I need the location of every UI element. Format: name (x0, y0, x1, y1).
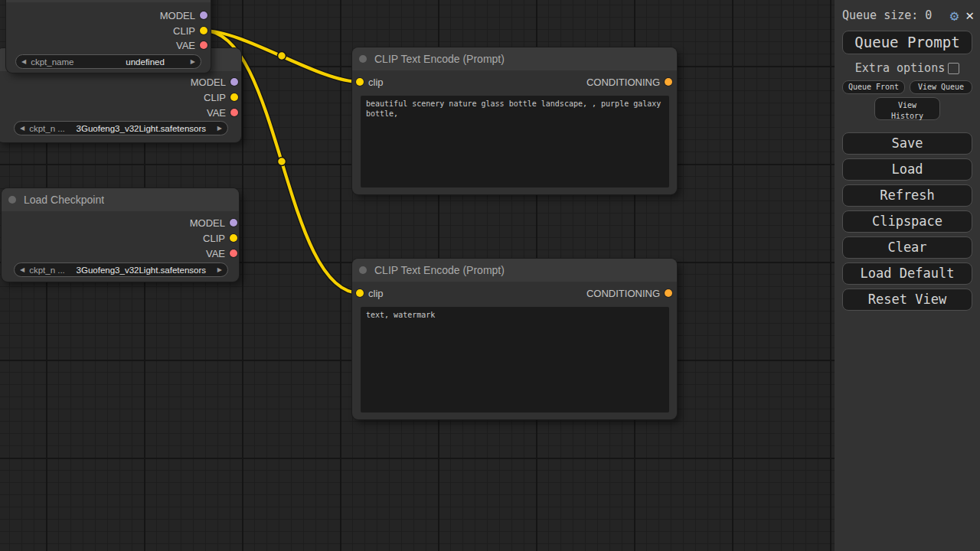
ckpt-name-widget[interactable]: ◀ ckpt_n ... 3Guofeng3_v32Light.safetens… (14, 121, 228, 135)
output-slot-model: MODEL (191, 74, 238, 90)
clip-slot-dot[interactable] (230, 93, 238, 101)
slot-label: CLIP (203, 233, 225, 244)
comfy-menu: Queue size: 0 ⚙ ✕ Queue Prompt Extra opt… (835, 0, 980, 551)
queue-size-label: Queue size: 0 (842, 8, 949, 22)
output-slot-clip: CLIP (173, 23, 207, 38)
collapse-dot-icon[interactable] (359, 266, 367, 274)
load-button[interactable]: Load (842, 158, 972, 181)
node-title: CLIP Text Encode (Prompt) (374, 264, 505, 276)
close-icon[interactable]: ✕ (965, 8, 974, 22)
extra-options-row: Extra options (835, 61, 980, 75)
output-slot-conditioning: CONDITIONING (586, 285, 672, 301)
slot-label: VAE (206, 248, 225, 259)
widget-label: ckpt_name (31, 57, 74, 67)
extra-options-label: Extra options (855, 61, 945, 75)
queue-actions-row: Queue Front View Queue (842, 80, 972, 94)
comfyui-app: MODEL CLIP VAE ◀ ckpt_n ... 3Guofeng3_v3… (0, 0, 980, 551)
slot-label: clip (368, 288, 384, 299)
widget-value: 3Guofeng3_v32Light.safetensors (65, 124, 217, 133)
extra-options-checkbox[interactable] (948, 63, 959, 74)
node-load-checkpoint[interactable]: Load Checkpoint MODEL CLIP VAE ◀ ckpt_n … (2, 188, 239, 282)
widget-next-icon[interactable]: ▶ (217, 125, 222, 132)
prompt-textarea[interactable]: beautiful scenery nature glass bottle la… (361, 96, 669, 187)
clip-input-dot[interactable] (356, 78, 364, 86)
save-button[interactable]: Save (842, 132, 972, 155)
view-queue-button[interactable]: View Queue (910, 80, 972, 94)
clip-slot-dot[interactable] (230, 234, 237, 242)
widget-label: ckpt_n ... (29, 266, 65, 275)
model-slot-dot[interactable] (200, 11, 207, 19)
output-slot-clip: CLIP (203, 230, 237, 246)
widget-next-icon[interactable]: ▶ (217, 266, 222, 273)
slot-label: VAE (207, 107, 226, 119)
output-slot-model: MODEL (160, 8, 207, 23)
model-slot-dot[interactable] (230, 78, 238, 86)
output-slot-vae: VAE (176, 37, 207, 53)
output-slot-vae: VAE (206, 246, 237, 261)
slot-label: CLIP (204, 92, 226, 103)
slot-label: clip (368, 77, 384, 88)
view-history-line2: History (875, 111, 939, 122)
vae-slot-dot[interactable] (200, 41, 207, 49)
slot-label: MODEL (191, 77, 226, 88)
clip-input-dot[interactable] (356, 289, 364, 297)
load-default-button[interactable]: Load Default (842, 262, 972, 285)
wire-midpoint-dot[interactable] (278, 158, 286, 166)
view-history-line1: View (875, 100, 939, 111)
node-clip-text-encode-positive[interactable]: CLIP Text Encode (Prompt) clip CONDITION… (352, 47, 677, 194)
vae-slot-dot[interactable] (230, 109, 238, 116)
refresh-button[interactable]: Refresh (842, 184, 972, 207)
node-load-checkpoint-top[interactable]: MODEL CLIP VAE ◀ ckpt_name undefined ▶ (6, 0, 211, 73)
node-title: CLIP Text Encode (Prompt) (374, 53, 505, 65)
queue-front-button[interactable]: Queue Front (842, 80, 905, 94)
conditioning-slot-dot[interactable] (665, 289, 672, 297)
queue-prompt-button[interactable]: Queue Prompt (842, 31, 972, 54)
clear-button[interactable]: Clear (842, 236, 972, 259)
input-slot-clip: clip (356, 74, 384, 90)
model-slot-dot[interactable] (230, 219, 237, 227)
prompt-textarea[interactable]: text, watermark (361, 307, 669, 412)
reset-view-button[interactable]: Reset View (842, 289, 972, 311)
output-slot-conditioning: CONDITIONING (586, 74, 672, 90)
slot-label: MODEL (160, 10, 195, 21)
conditioning-slot-dot[interactable] (665, 78, 672, 86)
queue-size-row: Queue size: 0 ⚙ ✕ (835, 0, 980, 24)
vae-slot-dot[interactable] (230, 249, 237, 257)
view-history-button[interactable]: View History (874, 97, 940, 120)
node-title-bar[interactable]: Load Checkpoint (2, 188, 239, 211)
widget-label: ckpt_n ... (29, 124, 65, 133)
slot-label: CONDITIONING (586, 77, 660, 88)
output-slot-vae: VAE (207, 105, 238, 120)
slot-label: CLIP (173, 25, 195, 37)
widget-next-icon[interactable]: ▶ (191, 58, 195, 65)
node-title-bar[interactable] (6, 0, 211, 2)
ckpt-name-widget[interactable]: ◀ ckpt_n ... 3Guofeng3_v32Light.safetens… (14, 262, 228, 277)
widget-prev-icon[interactable]: ◀ (21, 58, 26, 65)
input-slot-clip: clip (356, 285, 384, 301)
widget-value: 3Guofeng3_v32Light.safetensors (65, 266, 217, 275)
node-clip-text-encode-negative[interactable]: CLIP Text Encode (Prompt) clip CONDITION… (352, 259, 677, 419)
ckpt-name-widget[interactable]: ◀ ckpt_name undefined ▶ (15, 54, 201, 69)
output-slot-model: MODEL (190, 215, 237, 230)
output-slot-clip: CLIP (204, 90, 238, 105)
node-title-bar[interactable]: CLIP Text Encode (Prompt) (352, 259, 677, 282)
slot-label: CONDITIONING (586, 288, 660, 299)
node-title-bar[interactable]: CLIP Text Encode (Prompt) (352, 47, 677, 70)
widget-prev-icon[interactable]: ◀ (20, 125, 24, 132)
collapse-dot-icon[interactable] (8, 196, 16, 204)
settings-gear-icon[interactable]: ⚙ (950, 8, 959, 23)
node-title: Load Checkpoint (24, 194, 104, 206)
clipspace-button[interactable]: Clipspace (842, 210, 972, 233)
widget-value: undefined (74, 57, 190, 67)
slot-label: MODEL (190, 217, 225, 229)
widget-prev-icon[interactable]: ◀ (20, 266, 24, 273)
slot-label: VAE (176, 40, 195, 51)
collapse-dot-icon[interactable] (359, 55, 367, 63)
wire-midpoint-dot[interactable] (278, 52, 286, 60)
clip-slot-dot[interactable] (200, 27, 207, 34)
